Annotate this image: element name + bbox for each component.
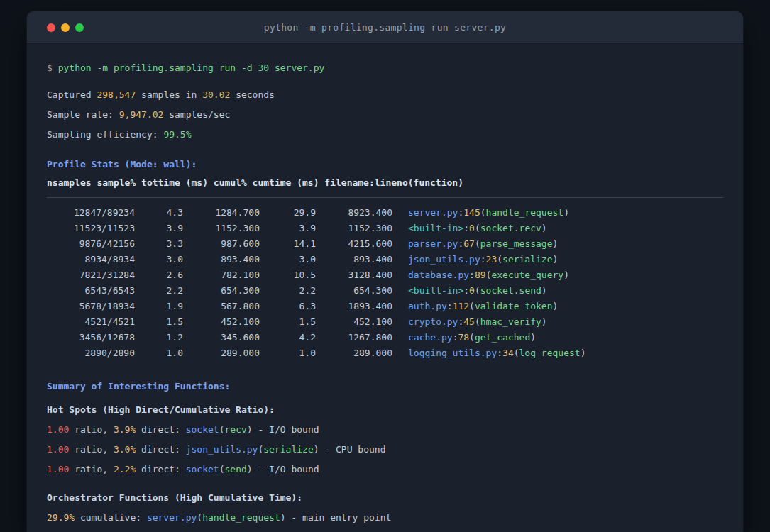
stat-cell: 987.600 <box>183 236 260 252</box>
terminal-line: 1.00 ratio, 2.2% direct: socket(send) - … <box>47 460 723 480</box>
stat-cell: 29.9 <box>260 205 316 221</box>
text-segment: recv <box>225 424 247 435</box>
profile-stats-heading: Profile Stats (Mode: wall): <box>47 155 723 174</box>
stat-cell: 11523/11523 <box>47 221 135 236</box>
profile-row: 6543/65432.2654.3002.2654.300<built-in>:… <box>47 283 723 299</box>
window-title: python -m profiling.sampling run server.… <box>264 22 506 33</box>
text-segment: 9,947.02 <box>119 109 164 120</box>
stat-cell: 3.0 <box>260 252 316 267</box>
text-segment: 1.00 <box>47 424 69 435</box>
stat-cell: 4.3 <box>135 205 183 221</box>
text-segment: ) <box>563 270 569 280</box>
text-segment: ( <box>475 316 480 327</box>
text-segment: ratio, <box>69 444 114 455</box>
text-segment: logging_utils.py <box>408 348 497 358</box>
close-button[interactable] <box>47 23 55 32</box>
function-cell: json_utils.py:23(serialize) <box>392 252 723 267</box>
stat-cell: 782.100 <box>183 267 260 283</box>
stat-cell: 2.2 <box>135 283 183 299</box>
text-segment: : <box>469 270 475 280</box>
text-segment: serialize <box>502 254 552 265</box>
text-segment: server.py <box>408 207 458 218</box>
function-cell: <built-in>:0(socket.recv) <box>392 221 723 236</box>
stat-cell: 2890/2890 <box>47 345 135 361</box>
orchestrators-heading: Orchestrator Functions (High Cumulative … <box>47 488 723 508</box>
text-segment: ( <box>475 285 480 296</box>
text-segment: 3.9% <box>114 424 136 435</box>
stat-cell: 10.5 <box>260 267 316 283</box>
stat-cell: 3.9 <box>135 221 183 236</box>
text-segment: direct: <box>136 444 185 455</box>
stat-cell: 654.300 <box>183 283 260 299</box>
traffic-lights <box>47 11 84 43</box>
text-segment: <built-in> <box>408 223 463 233</box>
text-segment: json_utils.py <box>186 444 258 455</box>
stat-cell: 452.100 <box>183 314 260 330</box>
text-segment: log_request <box>519 348 581 358</box>
text-segment: - I/O bound <box>253 464 319 475</box>
terminal-line: $ python -m profiling.sampling run -d 30… <box>47 58 723 78</box>
text-segment: python -m profiling.sampling run -d 30 s… <box>58 62 325 73</box>
minimize-button[interactable] <box>61 23 70 32</box>
text-segment: send <box>225 464 247 475</box>
function-cell: auth.py:112(validate_token) <box>392 299 723 314</box>
stat-cell: 1284.700 <box>183 205 260 221</box>
text-segment: seconds <box>230 89 275 100</box>
stat-cell: 893.400 <box>183 252 260 267</box>
text-segment: 30.02 <box>202 89 230 100</box>
profile-table-header: nsamples sample% tottime (ms) cumul% cum… <box>47 174 723 192</box>
text-segment: ) <box>581 348 586 358</box>
function-cell: server.py:145(handle_request) <box>392 205 723 221</box>
text-segment: ( <box>475 238 480 249</box>
text-segment: 298,547 <box>97 89 136 100</box>
capture-stats: Captured 298,547 samples in 30.02 second… <box>47 85 723 145</box>
stat-cell: 3.0 <box>135 252 183 267</box>
text-segment: : <box>480 254 486 265</box>
profile-table-body: 12847/892344.31284.70029.98923.400server… <box>47 205 723 361</box>
terminal-line: Captured 298,547 samples in 30.02 second… <box>47 85 723 105</box>
stat-cell: 289.000 <box>316 345 392 361</box>
text-segment: get_cached <box>475 332 530 343</box>
text-segment: ( <box>469 301 475 311</box>
stat-cell: 289.000 <box>183 345 260 361</box>
terminal-output: $ python -m profiling.sampling run -d 30… <box>27 44 743 532</box>
stat-cell: 893.400 <box>316 252 392 267</box>
text-segment: samples/sec <box>163 109 230 120</box>
text-segment: - main entry point <box>286 512 392 523</box>
stat-cell: 14.1 <box>260 236 316 252</box>
profile-row: 11523/115233.91152.3003.91152.300<built-… <box>47 221 723 236</box>
text-segment: socket.recv <box>480 223 541 233</box>
text-segment: cache.py <box>408 332 453 343</box>
stat-cell: 567.800 <box>183 299 260 314</box>
terminal-line: Sampling efficiency: 99.5% <box>47 125 723 145</box>
stat-cell: 1.0 <box>135 345 183 361</box>
text-segment: parser.py <box>408 238 458 249</box>
text-segment: server.py <box>147 512 197 523</box>
stat-cell: 4521/4521 <box>47 314 135 330</box>
text-segment: handle_request <box>202 512 280 523</box>
text-segment: ) <box>553 238 559 249</box>
stat-cell: 1.5 <box>260 314 316 330</box>
profile-row: 9876/421563.3987.60014.14215.600parser.p… <box>47 236 723 252</box>
hot-spots-heading: Hot Spots (High Direct/Cumulative Ratio)… <box>47 400 723 420</box>
text-segment: direct: <box>136 464 185 475</box>
titlebar[interactable]: python -m profiling.sampling run server.… <box>27 11 743 44</box>
maximize-button[interactable] <box>75 23 84 32</box>
profile-row: 5678/189341.9567.8006.31893.400auth.py:1… <box>47 299 723 314</box>
text-segment: 112 <box>453 301 469 311</box>
text-segment: direct: <box>136 424 185 435</box>
profile-row: 12847/892344.31284.70029.98923.400server… <box>47 205 723 221</box>
text-segment: ) <box>314 444 319 455</box>
text-segment: $ <box>47 62 58 73</box>
stat-cell: 6543/6543 <box>47 283 135 299</box>
text-segment: Sample rate: <box>47 109 119 120</box>
text-segment: Sampling efficiency: <box>47 129 163 140</box>
profile-row: 7821/312842.6782.10010.53128.400database… <box>47 267 723 283</box>
profile-row: 4521/45211.5452.1001.5452.100crypto.py:4… <box>47 314 723 330</box>
text-segment: ) <box>530 332 536 343</box>
summary-heading: Summary of Interesting Functions: <box>47 377 723 397</box>
terminal-line: Sample rate: 9,947.02 samples/sec <box>47 105 723 125</box>
terminal-line: 14.1% cumulative: parser.py(parse_messag… <box>47 528 723 532</box>
profile-row: 2890/28901.0289.0001.0289.000logging_uti… <box>47 345 723 361</box>
text-segment: validate_token <box>475 301 553 311</box>
